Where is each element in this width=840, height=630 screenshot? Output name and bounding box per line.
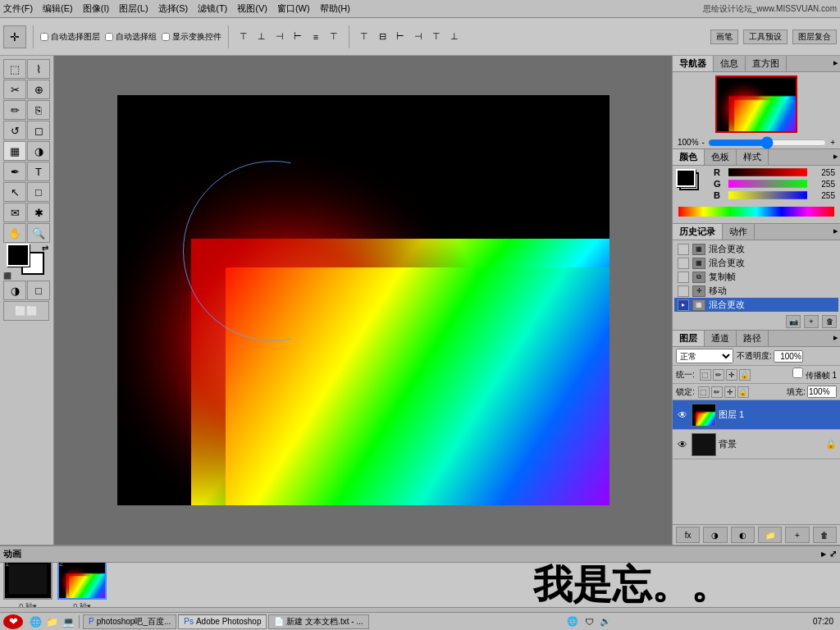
hand-tool[interactable]: ✋ bbox=[3, 223, 26, 243]
history-item-0[interactable]: ▦ 混合更改 bbox=[674, 242, 838, 256]
tab-history[interactable]: 历史记录 bbox=[673, 224, 723, 240]
align-center-icon[interactable]: ≡ bbox=[308, 29, 324, 45]
eyedropper-tool[interactable]: ✱ bbox=[27, 203, 50, 222]
align-top-icon[interactable]: ⊤ bbox=[235, 29, 252, 45]
taskbar-photoshop[interactable]: Ps Adobe Photoshop bbox=[178, 614, 267, 629]
history-new-btn[interactable]: + bbox=[804, 315, 819, 328]
anim-menu-icon[interactable]: ▸ bbox=[821, 549, 826, 559]
anim-frame-1[interactable]: 2 0 秒▾ bbox=[57, 563, 107, 607]
layer-item-1[interactable]: 👁 背景 🔒 bbox=[673, 430, 840, 459]
swap-colors-icon[interactable]: ⇄ bbox=[42, 244, 48, 253]
zoom-slider[interactable] bbox=[708, 139, 827, 146]
lock-transparent-icon[interactable]: ⬚ bbox=[700, 369, 711, 381]
tab-actions[interactable]: 动作 bbox=[723, 224, 755, 240]
align-right-icon[interactable]: ⊤ bbox=[326, 29, 342, 45]
align-middle-icon[interactable]: ⊥ bbox=[253, 29, 270, 45]
history-item-1[interactable]: ▦ 混合更改 bbox=[674, 256, 838, 270]
dodge-tool[interactable]: ◑ bbox=[27, 141, 50, 161]
layer-style-btn[interactable]: fx bbox=[676, 527, 700, 543]
menu-item-help[interactable]: 帮助(H) bbox=[320, 2, 350, 15]
tool-preset-tab[interactable]: 工具预设 bbox=[743, 30, 788, 44]
type-tool[interactable]: T bbox=[27, 162, 50, 181]
lock-paint-icon[interactable]: ✏ bbox=[713, 369, 724, 381]
taskbar-photoshop-bbs[interactable]: P photoshop吧_百度... bbox=[83, 614, 176, 629]
align-bottom-icon[interactable]: ⊣ bbox=[272, 29, 288, 45]
tab-paths[interactable]: 路径 bbox=[737, 331, 769, 346]
dist-left-icon[interactable]: ⊣ bbox=[410, 29, 427, 45]
layer-mask-btn[interactable]: ◑ bbox=[703, 527, 727, 543]
layer-comp-tab[interactable]: 图层复合 bbox=[792, 30, 837, 44]
brush-panel-tab[interactable]: 画笔 bbox=[710, 30, 738, 44]
nav-menu-icon[interactable]: ▸ bbox=[832, 56, 840, 71]
lock-all-icon[interactable]: 🔒 bbox=[739, 369, 751, 381]
history-item-3[interactable]: ✛ 移动 bbox=[674, 284, 838, 298]
history-brush-tool[interactable]: ↺ bbox=[3, 121, 26, 140]
auto-select-group-checkbox[interactable] bbox=[105, 33, 113, 41]
lasso-tool[interactable]: ⌇ bbox=[27, 59, 50, 79]
screen-mode-icon[interactable]: ⬜⬜ bbox=[3, 301, 49, 321]
anim-resize-icon[interactable]: ⤢ bbox=[829, 549, 837, 559]
clone-tool[interactable]: ⎘ bbox=[27, 100, 50, 120]
layer-item-0[interactable]: 👁 图层 1 bbox=[673, 400, 840, 430]
zoom-minus-icon[interactable]: - bbox=[702, 138, 705, 147]
dist-center-icon[interactable]: ⊤ bbox=[428, 29, 445, 45]
tab-channels[interactable]: 通道 bbox=[705, 331, 737, 346]
zoom-tool[interactable]: 🔍 bbox=[27, 223, 50, 243]
menu-item-filter[interactable]: 滤镜(T) bbox=[198, 2, 227, 15]
tab-layers[interactable]: 图层 bbox=[673, 331, 705, 346]
layer-vis-1[interactable]: 👁 bbox=[676, 438, 689, 451]
shape-tool[interactable]: □ bbox=[27, 182, 50, 202]
tab-swatches[interactable]: 色板 bbox=[705, 149, 737, 165]
lock-icon-2b[interactable]: ✏ bbox=[711, 386, 723, 398]
frame-time-1[interactable]: 0 秒▾ bbox=[73, 601, 91, 608]
std-mode-icon[interactable]: □ bbox=[27, 281, 50, 300]
layer-new-btn[interactable]: + bbox=[785, 527, 809, 543]
brush-tool[interactable]: ✏ bbox=[3, 100, 26, 120]
marquee-tool[interactable]: ⬚ bbox=[3, 59, 26, 79]
auto-select-layer-checkbox[interactable] bbox=[40, 33, 48, 41]
history-item-4[interactable]: ▸ ▦ 混合更改 bbox=[674, 298, 838, 312]
notes-tool[interactable]: ✉ bbox=[3, 203, 26, 222]
select-tool[interactable]: ↖ bbox=[3, 182, 26, 202]
zoom-plus-icon[interactable]: + bbox=[830, 138, 835, 147]
layer-group-btn[interactable]: 📁 bbox=[758, 527, 782, 543]
quicklaunch-2[interactable]: 📁 bbox=[44, 614, 59, 629]
menu-item-edit[interactable]: 编辑(E) bbox=[43, 2, 73, 15]
propagate-checkbox[interactable] bbox=[792, 368, 803, 378]
layer-vis-0[interactable]: 👁 bbox=[676, 409, 689, 422]
move-tool-btn[interactable]: ✛ bbox=[3, 25, 26, 48]
tab-navigator[interactable]: 导航器 bbox=[673, 56, 714, 71]
layer-del-btn[interactable]: 🗑 bbox=[813, 527, 837, 543]
dist-middle-icon[interactable]: ⊟ bbox=[374, 29, 390, 45]
reset-colors-icon[interactable]: ⬛ bbox=[3, 272, 11, 280]
anim-frame-0[interactable]: 1 0 秒▾ bbox=[3, 563, 52, 607]
menu-item-view[interactable]: 视图(V) bbox=[237, 2, 267, 15]
quicklaunch-ie[interactable]: 🌐 bbox=[28, 614, 43, 629]
layers-menu-icon[interactable]: ▸ bbox=[832, 331, 840, 346]
eraser-tool[interactable]: ◻ bbox=[27, 121, 50, 140]
lock-icon-2a[interactable]: ⬚ bbox=[698, 386, 710, 398]
layer-adj-btn[interactable]: ◐ bbox=[731, 527, 755, 543]
spot-heal-tool[interactable]: ⊕ bbox=[27, 80, 50, 99]
history-menu-icon[interactable]: ▸ bbox=[832, 224, 840, 240]
fill-input[interactable] bbox=[807, 386, 837, 398]
color-menu-icon[interactable]: ▸ bbox=[832, 149, 840, 165]
menu-item-select[interactable]: 选择(S) bbox=[158, 2, 189, 15]
dist-right-icon[interactable]: ⊥ bbox=[446, 29, 463, 45]
menu-item-image[interactable]: 图像(I) bbox=[83, 2, 109, 15]
opacity-input[interactable] bbox=[774, 350, 803, 363]
history-snapshot-btn[interactable]: 📷 bbox=[786, 315, 801, 328]
lock-icon-2d[interactable]: 🔒 bbox=[737, 386, 749, 398]
blend-mode-select[interactable]: 正常 bbox=[676, 349, 733, 363]
lock-move-icon[interactable]: ✛ bbox=[726, 369, 737, 381]
tab-info[interactable]: 信息 bbox=[714, 56, 746, 71]
show-transform-checkbox[interactable] bbox=[162, 33, 170, 41]
tab-histogram[interactable]: 直方图 bbox=[746, 56, 787, 71]
fg-color-swatch[interactable] bbox=[7, 244, 30, 267]
align-left-icon[interactable]: ⊢ bbox=[290, 29, 306, 45]
dist-top-icon[interactable]: ⊤ bbox=[356, 29, 372, 45]
quicklaunch-3[interactable]: 💻 bbox=[61, 614, 75, 629]
start-button[interactable]: ❤ bbox=[3, 614, 23, 629]
menu-item-layer[interactable]: 图层(L) bbox=[119, 2, 148, 15]
crop-tool[interactable]: ✂ bbox=[3, 80, 26, 99]
